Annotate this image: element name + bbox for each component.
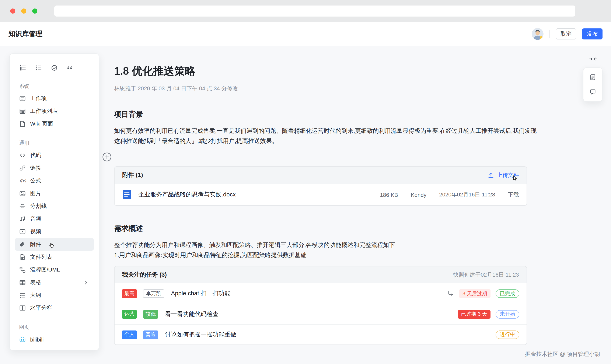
sidebar-item-label: Wiki 页面 xyxy=(30,120,53,128)
sidebar-item-label: 大纲 xyxy=(30,291,41,299)
outline-doc-icon[interactable] xyxy=(588,72,598,82)
download-link[interactable]: 下载 xyxy=(508,191,519,198)
tasks-card-header: 我关注的任务 (3) 快照创建于02月16日 11:23 xyxy=(115,266,527,283)
insert-block-button[interactable] xyxy=(102,152,112,162)
sidebar-item-video[interactable]: 视频 xyxy=(15,225,94,238)
sidebar-item-label: 水平分栏 xyxy=(30,304,52,312)
work-item-list-icon xyxy=(19,108,26,115)
tasks-card: 我关注的任务 (3) 快照创建于02月16日 11:23 最高 李万凯 Appl… xyxy=(114,266,527,345)
assignee-badge: 李万凯 xyxy=(143,289,164,298)
ordered-list-icon[interactable] xyxy=(18,63,27,73)
columns-icon xyxy=(19,305,26,312)
file-owner: Kendy xyxy=(411,192,427,198)
attachment-card-header: 附件 (1) 上传文件 xyxy=(115,167,527,184)
attachment-icon xyxy=(19,241,26,248)
sidebar-item-attachment[interactable]: 附件 xyxy=(15,238,94,251)
task-title[interactable]: 讨论如何把摇一摇功能重做 xyxy=(165,331,236,338)
sidebar-item-label: 公式 xyxy=(30,177,41,184)
sidebar-item-file-list[interactable]: 文件列表 xyxy=(15,251,94,263)
doc-title[interactable]: 1.8 优化推送策略 xyxy=(114,64,538,78)
bullet-list-icon[interactable] xyxy=(34,63,43,73)
file-name[interactable]: 企业服务产品战略的思考与实践.docx xyxy=(138,191,236,198)
sidebar-item-label: 代码 xyxy=(30,151,41,159)
sidebar-item-audio[interactable]: 音频 xyxy=(15,213,94,225)
status-badge: 进行中 xyxy=(495,330,519,339)
outline-icon xyxy=(19,292,26,299)
sidebar-item-label: 表格 xyxy=(30,279,41,286)
paragraph-overview-line2[interactable]: 1.用户和商品画像:实现对用户和商品特征的挖掘,为匹配策略提供数据基础 xyxy=(114,250,538,260)
priority-badge: 较低 xyxy=(143,310,158,318)
upload-icon xyxy=(488,172,494,179)
comment-icon[interactable] xyxy=(588,87,598,97)
attachment-card-title: 附件 (1) xyxy=(122,171,143,179)
attachment-card: 附件 (1) 上传文件 企业服务产品战略的思考与实践.docx 186 KB K… xyxy=(114,166,527,206)
section-heading-background[interactable]: 项目背景 xyxy=(114,109,538,120)
task-meta: 3 天后过期 已完成 xyxy=(447,289,519,298)
link-icon xyxy=(19,165,26,171)
wiki-page-icon xyxy=(19,120,26,127)
address-bar[interactable] xyxy=(54,5,575,16)
image-icon xyxy=(19,190,26,197)
cancel-button[interactable]: 取消 xyxy=(556,28,576,39)
task-row-3[interactable]: 个人 普通 讨论如何把摇一摇功能重做 进行中 xyxy=(115,324,527,344)
file-meta: 186 KB Kendy 2020年02月16日 11:23 下载 xyxy=(380,191,519,198)
docx-file-icon xyxy=(122,190,131,200)
sidebar-toolbar xyxy=(15,62,94,73)
code-icon xyxy=(19,152,26,159)
document-editor[interactable]: 1.8 优化推送策略 林恩雅于 2020 年 03 月 04 日下午 04 点 … xyxy=(114,47,538,345)
header-actions: 取消 发布 xyxy=(532,28,602,40)
paragraph-background[interactable]: 如何更有效率的利用已有流量完成售卖,一直是我们遇到的问题。随着精细化运营时代的到… xyxy=(114,126,538,146)
sidebar-item-label: 图片 xyxy=(30,190,41,197)
sidebar-item-divider[interactable]: 分割线 xyxy=(15,200,94,213)
file-size: 186 KB xyxy=(380,192,398,198)
section-label-system: 系统 xyxy=(19,83,94,90)
check-circle-icon[interactable] xyxy=(50,63,59,73)
attachment-file-row[interactable]: 企业服务产品战略的思考与实践.docx 186 KB Kendy 2020年02… xyxy=(115,184,527,205)
sidebar-item-table[interactable]: 表格 xyxy=(15,276,94,289)
sidebar-item-link[interactable]: 链接 xyxy=(15,162,94,174)
tasks-card-title: 我关注的任务 (3) xyxy=(122,271,167,278)
sidebar-item-wiki-page[interactable]: Wiki 页面 xyxy=(15,117,94,130)
sidebar-item-label: 链接 xyxy=(30,164,41,172)
subtask-icon xyxy=(447,290,454,297)
sidebar-item-flowchart-uml[interactable]: 流程图/UML xyxy=(15,263,94,276)
table-icon xyxy=(19,279,26,286)
sidebar-item-work-item[interactable]: 工作项 xyxy=(15,92,94,105)
due-badge: 3 天后过期 xyxy=(459,289,491,298)
right-tool-panel xyxy=(583,67,602,102)
sidebar-item-outline[interactable]: 大纲 xyxy=(15,289,94,302)
insert-blocks-panel: 系统 工作项 工作项列表 Wiki 页面 通用 代码 链接 xyxy=(9,53,99,351)
app-body: 系统 工作项 工作项列表 Wiki 页面 通用 代码 链接 xyxy=(0,47,611,364)
sidebar-item-label: 工作项 xyxy=(30,95,47,102)
window-close-button[interactable] xyxy=(10,8,15,13)
file-list-icon xyxy=(19,254,26,260)
task-row-1[interactable]: 最高 李万凯 Apple chat 扫一扫功能 3 天后过期 已完成 xyxy=(115,283,527,304)
sidebar-item-image[interactable]: 图片 xyxy=(15,187,94,200)
section-heading-overview[interactable]: 需求概述 xyxy=(114,224,538,234)
sidebar-item-label: bilibili xyxy=(30,336,44,343)
window-minimize-button[interactable] xyxy=(21,8,26,13)
sidebar-item-horizontal-columns[interactable]: 水平分栏 xyxy=(15,302,94,314)
video-icon xyxy=(19,228,26,235)
divider xyxy=(549,30,550,38)
sidebar-item-label: 流程图/UML xyxy=(30,266,60,274)
task-row-2[interactable]: 运营 较低 看一看功能代码检查 已过期 3 天 未开始 xyxy=(115,304,527,324)
section-label-web: 网页 xyxy=(19,324,94,330)
quote-icon[interactable] xyxy=(65,63,75,73)
overdue-badge: 已过期 3 天 xyxy=(458,310,491,318)
sidebar-item-code[interactable]: 代码 xyxy=(15,149,94,162)
task-title[interactable]: 看一看功能代码检查 xyxy=(165,310,219,318)
sidebar-item-formula[interactable]: f(x) 公式 xyxy=(15,174,94,187)
paragraph-overview-line1[interactable]: 整个推荐功能分为用户和课程画像、触发和匹配策略、推开逻辑三大部分,各模块的功能概… xyxy=(114,240,538,250)
flowchart-icon xyxy=(19,266,26,273)
upload-file-button[interactable]: 上传文件 xyxy=(488,171,519,179)
task-title[interactable]: Apple chat 扫一扫功能 xyxy=(171,290,230,297)
window-zoom-button[interactable] xyxy=(32,8,37,13)
work-item-icon xyxy=(19,95,26,102)
avatar[interactable] xyxy=(532,28,544,40)
sidebar-item-work-item-list[interactable]: 工作项列表 xyxy=(15,105,94,117)
sidebar-item-label: 文件列表 xyxy=(30,253,52,261)
sidebar-item-bilibili[interactable]: bilibili xyxy=(15,333,94,346)
publish-button[interactable]: 发布 xyxy=(582,28,602,39)
collapse-arrows-icon[interactable] xyxy=(589,56,598,62)
